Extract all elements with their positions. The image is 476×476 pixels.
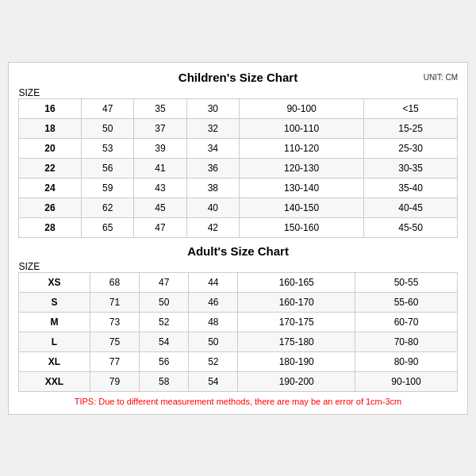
table-cell: 190-200 <box>238 371 355 391</box>
table-cell: 50 <box>140 292 189 312</box>
adults-title: Adult's Size Chart <box>187 244 289 258</box>
table-cell: 35 <box>134 98 186 118</box>
table-cell: S <box>19 292 90 312</box>
table-cell: 160-165 <box>238 272 355 292</box>
table-cell: 170-175 <box>238 312 355 332</box>
table-cell: 45 <box>134 198 186 217</box>
table-cell: 37 <box>134 118 186 138</box>
table-cell: 38 <box>186 178 239 198</box>
table-cell: 150-160 <box>239 217 363 237</box>
table-cell: 56 <box>140 351 189 371</box>
children-title: Children's Size Chart <box>178 71 298 84</box>
table-cell: 62 <box>82 198 134 217</box>
table-cell: 30-35 <box>364 158 458 178</box>
table-cell: 24 <box>19 178 82 198</box>
table-cell: 79 <box>90 371 139 391</box>
table-cell: 90-100 <box>239 98 363 118</box>
table-cell: 73 <box>90 312 139 332</box>
table-cell: 47 <box>134 217 186 237</box>
children-table: SIZE 1647353090-100<1518503732100-11015-… <box>18 87 458 238</box>
table-cell: 26 <box>19 198 82 217</box>
table-cell: 60-70 <box>355 312 457 332</box>
table-cell: 25-30 <box>364 138 458 158</box>
table-cell: 20 <box>19 138 82 158</box>
chart-container: Children's Size Chart UNIT: CM SIZE 1647… <box>8 62 468 415</box>
table-cell: 42 <box>186 217 239 237</box>
table-cell: 160-170 <box>238 292 355 312</box>
table-row: 20533934110-12025-30 <box>19 138 458 158</box>
children-title-row: Children's Size Chart UNIT: CM <box>18 71 458 84</box>
table-cell: 46 <box>189 292 238 312</box>
table-cell: XXL <box>19 371 90 391</box>
table-cell: 45-50 <box>364 217 458 237</box>
table-cell: 16 <box>19 98 82 118</box>
table-cell: 52 <box>140 312 189 332</box>
table-cell: 44 <box>189 272 238 292</box>
table-cell: 68 <box>90 272 139 292</box>
table-cell: 22 <box>19 158 82 178</box>
table-cell: 30 <box>186 98 239 118</box>
table-row: XS684744160-16550-55 <box>19 272 458 292</box>
table-row: 22564136120-13030-35 <box>19 158 458 178</box>
table-cell: 32 <box>186 118 239 138</box>
table-cell: XS <box>19 272 90 292</box>
table-cell: 53 <box>82 138 134 158</box>
table-cell: 48 <box>189 312 238 332</box>
table-cell: 65 <box>82 217 134 237</box>
table-cell: 110-120 <box>239 138 363 158</box>
table-row: S715046160-17055-60 <box>19 292 458 312</box>
table-cell: 40 <box>186 198 239 217</box>
table-cell: 56 <box>82 158 134 178</box>
table-cell: 180-190 <box>238 351 355 371</box>
table-cell: 58 <box>140 371 189 391</box>
table-cell: 47 <box>82 98 134 118</box>
table-cell: 28 <box>19 217 82 237</box>
table-row: M735248170-17560-70 <box>19 312 458 332</box>
table-cell: 175-180 <box>238 332 355 351</box>
table-cell: 47 <box>140 272 189 292</box>
table-row: 18503732100-11015-25 <box>19 118 458 138</box>
table-cell: 80-90 <box>355 351 457 371</box>
table-cell: 40-45 <box>364 198 458 217</box>
table-cell: 140-150 <box>239 198 363 217</box>
unit-label: UNIT: CM <box>424 73 458 82</box>
table-cell: 50 <box>82 118 134 138</box>
table-cell: 54 <box>189 371 238 391</box>
table-cell: 59 <box>82 178 134 198</box>
table-cell: M <box>19 312 90 332</box>
adults-header-row: SIZE <box>19 261 458 273</box>
table-cell: 75 <box>90 332 139 351</box>
adults-table: SIZE XS684744160-16550-55S715046160-1705… <box>18 261 458 392</box>
table-row: 28654742150-16045-50 <box>19 217 458 237</box>
table-row: L755450175-18070-80 <box>19 332 458 351</box>
table-cell: 34 <box>186 138 239 158</box>
table-cell: 15-25 <box>364 118 458 138</box>
table-cell: 90-100 <box>355 371 457 391</box>
children-header-row: SIZE <box>19 87 458 99</box>
table-cell: 120-130 <box>239 158 363 178</box>
table-cell: 71 <box>90 292 139 312</box>
table-cell: 55-60 <box>355 292 457 312</box>
table-cell: 52 <box>189 351 238 371</box>
table-cell: 70-80 <box>355 332 457 351</box>
table-row: 1647353090-100<15 <box>19 98 458 118</box>
table-cell: 100-110 <box>239 118 363 138</box>
table-cell: 18 <box>19 118 82 138</box>
table-cell: 77 <box>90 351 139 371</box>
table-cell: 130-140 <box>239 178 363 198</box>
adults-title-row: Adult's Size Chart <box>18 244 458 258</box>
table-cell: XL <box>19 351 90 371</box>
table-row: 26624540140-15040-45 <box>19 198 458 217</box>
table-row: 24594338130-14035-40 <box>19 178 458 198</box>
table-cell: 36 <box>186 158 239 178</box>
table-cell: 54 <box>140 332 189 351</box>
table-cell: L <box>19 332 90 351</box>
table-cell: 39 <box>134 138 186 158</box>
table-cell: 50 <box>189 332 238 351</box>
table-cell: 41 <box>134 158 186 178</box>
table-row: XL775652180-19080-90 <box>19 351 458 371</box>
table-cell: 43 <box>134 178 186 198</box>
tips-text: TIPS: Due to different measurement metho… <box>18 397 458 406</box>
table-row: XXL795854190-20090-100 <box>19 371 458 391</box>
table-cell: 35-40 <box>364 178 458 198</box>
